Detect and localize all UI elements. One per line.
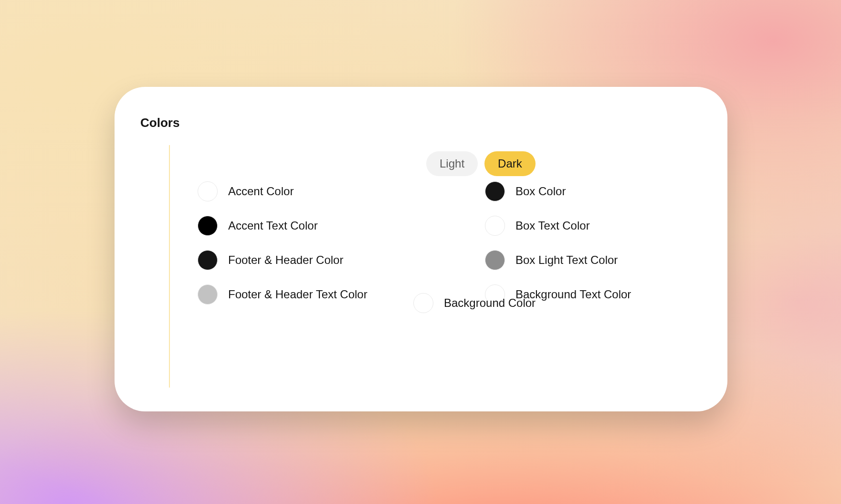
label-footer-header: Footer & Header Color: [228, 253, 343, 267]
color-row-box-text: Box Text Color: [485, 216, 631, 236]
color-row-footer-header: Footer & Header Color: [198, 250, 368, 270]
swatch-accent-text[interactable]: [198, 216, 218, 236]
color-row-box: Box Color: [485, 181, 631, 201]
colors-card: Colors Light Dark Accent Color Accent Te…: [115, 87, 727, 411]
swatch-footer-header-text[interactable]: [198, 284, 218, 304]
color-column-right: Box Color Box Text Color Box Light Text …: [485, 181, 631, 304]
color-row-accent: Accent Color: [198, 181, 368, 201]
color-row-accent-text: Accent Text Color: [198, 216, 368, 236]
swatch-box-light-text[interactable]: [485, 250, 505, 270]
swatch-background[interactable]: [413, 293, 433, 313]
swatch-box[interactable]: [485, 181, 505, 201]
label-background: Background Color: [444, 296, 536, 310]
label-box: Box Color: [515, 185, 566, 198]
swatch-box-text[interactable]: [485, 216, 505, 236]
swatch-footer-header[interactable]: [198, 250, 218, 270]
vertical-rule: [169, 145, 170, 388]
theme-toggle: Light Dark: [426, 151, 536, 176]
label-accent-text: Accent Text Color: [228, 219, 318, 232]
theme-toggle-light[interactable]: Light: [426, 151, 478, 176]
theme-toggle-dark[interactable]: Dark: [484, 151, 536, 176]
color-column-left: Accent Color Accent Text Color Footer & …: [198, 181, 368, 304]
color-row-background: Background Color: [413, 293, 536, 313]
swatch-accent[interactable]: [198, 181, 218, 201]
color-row-footer-header-text: Footer & Header Text Color: [198, 284, 368, 304]
label-footer-header-text: Footer & Header Text Color: [228, 288, 368, 301]
label-box-text: Box Text Color: [515, 219, 590, 232]
section-heading: Colors: [140, 116, 179, 130]
label-accent: Accent Color: [228, 185, 294, 198]
label-box-light-text: Box Light Text Color: [515, 253, 618, 267]
color-row-box-light-text: Box Light Text Color: [485, 250, 631, 270]
